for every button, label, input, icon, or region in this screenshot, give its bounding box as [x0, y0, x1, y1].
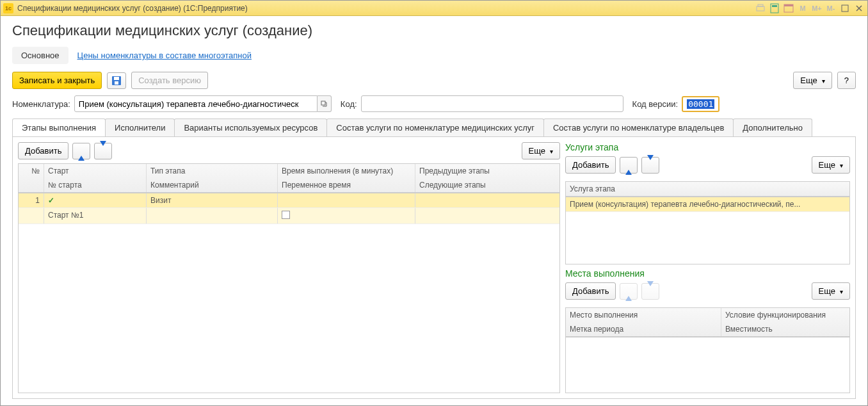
- svg-rect-3: [772, 5, 777, 7]
- content-area: Спецификации медицинских услуг (создание…: [1, 16, 867, 405]
- table-row[interactable]: Прием (консультация) терапевта лечебно-д…: [566, 197, 849, 212]
- calculator-icon[interactable]: [769, 3, 780, 13]
- nomenclature-input[interactable]: [74, 95, 317, 112]
- service-up-button[interactable]: [620, 157, 638, 174]
- close-icon[interactable]: [853, 3, 865, 13]
- page-title: Спецификации медицинских услуг (создание…: [12, 22, 856, 39]
- places-more-button[interactable]: Еще: [812, 282, 850, 300]
- col-next: Следующие этапы: [415, 178, 559, 192]
- window-title: Спецификации медицинских услуг (создание…: [17, 4, 755, 13]
- places-grid-head: Место выполнения Условие функционировани…: [566, 308, 849, 337]
- titlebar: 1c Спецификации медицинских услуг (созда…: [1, 1, 867, 16]
- stages-grid-body: 1 ✓ Визит Старт №1: [19, 193, 559, 224]
- cell-nstart: Старт №1: [44, 208, 147, 223]
- svg-rect-5: [784, 4, 793, 6]
- nomenclature-open-icon[interactable]: [317, 95, 332, 112]
- add-stage-button[interactable]: Добавить: [18, 142, 68, 159]
- memory-m-icon[interactable]: M: [797, 3, 808, 13]
- stages-pane: Добавить Еще № Старт Тип этапа Время вып…: [18, 142, 560, 393]
- maximize-icon[interactable]: [839, 3, 851, 13]
- calendar-icon[interactable]: [783, 3, 794, 13]
- col-place: Место выполнения: [566, 308, 721, 322]
- cell-service: Прием (консультация) терапевта лечебно-д…: [566, 197, 849, 211]
- nav-tab-prices[interactable]: Цены номенклатуры в составе многоэтапной: [68, 47, 261, 64]
- col-condition: Условие функционирования: [721, 308, 849, 322]
- memory-mplus-icon[interactable]: M+: [811, 3, 823, 13]
- cell-vartime: [278, 208, 415, 223]
- more-button[interactable]: Еще: [793, 72, 832, 89]
- svg-rect-0: [757, 6, 764, 11]
- col-prev: Предыдущие этапы: [415, 164, 559, 178]
- nav-tabs: Основное Цены номенклатуры в составе мно…: [12, 47, 856, 64]
- services-more-button[interactable]: Еще: [812, 156, 850, 174]
- nomenclature-input-wrap: [74, 95, 332, 112]
- cell-time: [278, 193, 415, 207]
- move-up-button[interactable]: [72, 143, 90, 159]
- table-row[interactable]: 1 ✓ Визит: [19, 193, 559, 208]
- tab-body: Добавить Еще № Старт Тип этапа Время вып…: [12, 137, 856, 399]
- main-toolbar: Записать и закрыть Создать версию Еще ?: [12, 72, 856, 89]
- services-title: Услуги этапа: [565, 142, 850, 152]
- svg-rect-10: [114, 77, 119, 80]
- services-grid[interactable]: Услуга этапа Прием (консультация) терапе…: [565, 181, 850, 264]
- add-service-button[interactable]: Добавить: [565, 156, 616, 174]
- checkbox-icon: [282, 211, 290, 219]
- tab-med-nomen[interactable]: Состав услуги по номенклатуре медицински…: [326, 118, 544, 136]
- tab-resources[interactable]: Варианты используемых ресурсов: [174, 118, 327, 136]
- col-nstart: № старта: [44, 178, 147, 192]
- code-label: Код:: [341, 99, 357, 109]
- save-button[interactable]: [107, 72, 126, 89]
- nomenclature-label: Номенклатура:: [12, 99, 70, 109]
- place-up-button[interactable]: [620, 283, 638, 300]
- svg-rect-6: [842, 5, 848, 12]
- version-label: Код версии:: [632, 99, 679, 109]
- tab-owner-nomen[interactable]: Состав услуги по номенклатуре владельцев: [543, 118, 734, 136]
- check-icon: ✓: [48, 196, 54, 205]
- cell-prev: [415, 193, 559, 207]
- titlebar-controls: M M+ M-: [755, 3, 865, 13]
- version-code-value: 00001: [687, 99, 714, 109]
- col-vartime: Переменное время: [278, 178, 415, 192]
- col-period: Метка периода: [566, 322, 721, 336]
- right-pane: Услуги этапа Добавить Еще Услуга этапа: [565, 142, 850, 393]
- svg-rect-11: [115, 81, 118, 85]
- write-close-button[interactable]: Записать и закрыть: [12, 72, 102, 89]
- form-row: Номенклатура: Код: Код версии: 00001: [12, 95, 856, 112]
- services-grid-head: Услуга этапа: [566, 182, 849, 197]
- stages-grid[interactable]: № Старт Тип этапа Время выполнения (в ми…: [18, 163, 560, 393]
- col-capacity: Вместимость: [721, 322, 849, 336]
- cell-next: [415, 208, 559, 223]
- service-down-button[interactable]: [641, 157, 659, 174]
- nav-tab-main[interactable]: Основное: [12, 47, 68, 64]
- services-toolbar: Добавить Еще: [565, 156, 850, 174]
- cell-number: 1: [19, 193, 44, 207]
- cell-type: Визит: [147, 193, 278, 207]
- create-version-button[interactable]: Создать версию: [131, 72, 208, 89]
- memory-mminus-icon[interactable]: M-: [825, 3, 837, 13]
- places-title: Места выполнения: [565, 268, 850, 279]
- stages-grid-head: № Старт Тип этапа Время выполнения (в ми…: [19, 164, 559, 193]
- version-code-box[interactable]: 00001: [682, 96, 719, 112]
- col-start: Старт: [44, 164, 147, 178]
- table-row[interactable]: Старт №1: [19, 208, 559, 224]
- tab-stages[interactable]: Этапы выполнения: [12, 118, 106, 136]
- app-logo-icon: 1c: [3, 3, 13, 13]
- col-service: Услуга этапа: [566, 182, 849, 196]
- place-down-button[interactable]: [641, 283, 659, 300]
- stages-toolbar: Добавить Еще: [18, 142, 560, 159]
- cell-comment: [147, 208, 278, 223]
- help-button[interactable]: ?: [837, 72, 856, 89]
- app-window: 1c Спецификации медицинских услуг (созда…: [0, 0, 868, 406]
- stages-more-button[interactable]: Еще: [522, 142, 560, 159]
- svg-rect-1: [758, 4, 763, 6]
- print-icon[interactable]: [755, 3, 766, 13]
- tab-additional[interactable]: Дополнительно: [733, 118, 812, 136]
- svg-rect-12: [321, 101, 325, 105]
- tab-performers[interactable]: Исполнители: [105, 118, 175, 136]
- move-down-button[interactable]: [94, 143, 112, 159]
- places-grid[interactable]: Место выполнения Условие функционировани…: [565, 307, 850, 393]
- code-input[interactable]: [361, 95, 623, 112]
- add-place-button[interactable]: Добавить: [565, 282, 616, 300]
- col-type: Тип этапа: [147, 164, 278, 178]
- places-toolbar: Добавить Еще: [565, 282, 850, 300]
